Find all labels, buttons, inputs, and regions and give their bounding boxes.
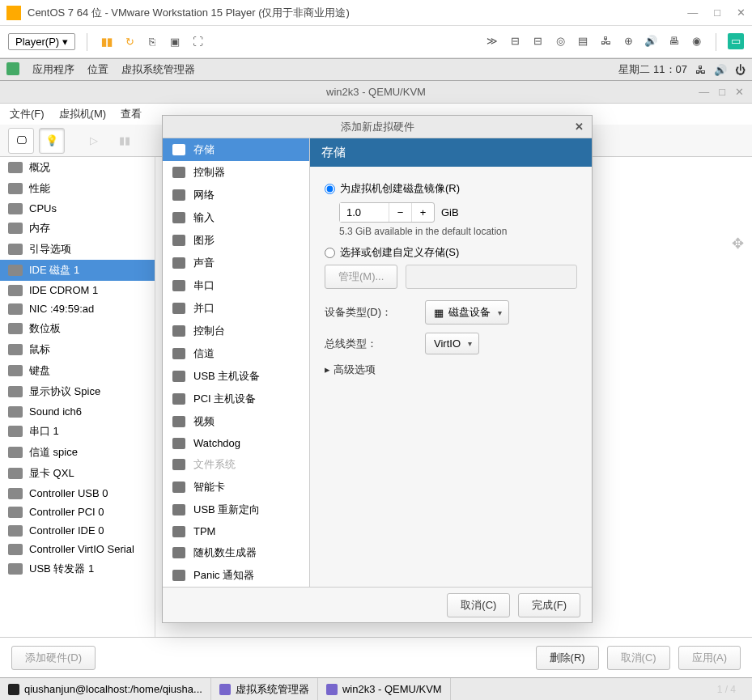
- task-terminal[interactable]: qiushanjun@localhost:/home/qiusha...: [0, 678, 211, 700]
- gnome-clock[interactable]: 星期二 11：07: [618, 62, 687, 77]
- hardware-category-list[interactable]: 存储控制器网络输入图形声音串口并口控制台信道USB 主机设备PCI 主机设备视频…: [163, 138, 310, 587]
- gnome-active-app[interactable]: 虚拟系统管理器: [121, 62, 195, 77]
- device-item[interactable]: NIC :49:59:ad: [0, 299, 155, 318]
- screen-icon[interactable]: ▭: [728, 33, 744, 49]
- device-item[interactable]: 键盘: [0, 360, 155, 381]
- cd-icon[interactable]: ◎: [552, 33, 568, 49]
- radio-create-disk[interactable]: 为虚拟机创建磁盘镜像(R): [325, 181, 577, 196]
- category-item[interactable]: PCI 主机设备: [163, 388, 309, 410]
- device-item[interactable]: USB 转发器 1: [0, 558, 155, 579]
- category-item[interactable]: 视频: [163, 410, 309, 433]
- close-icon[interactable]: ✕: [737, 6, 746, 19]
- device-item[interactable]: 显示协议 Spice: [0, 381, 155, 402]
- pause-icon[interactable]: ▮▮: [99, 34, 115, 50]
- category-item[interactable]: 输入: [163, 206, 309, 229]
- gnome-applications-menu[interactable]: 应用程序: [32, 62, 74, 77]
- fullscreen-icon[interactable]: ⛶: [189, 34, 206, 50]
- device-item[interactable]: IDE CDROM 1: [0, 281, 155, 299]
- category-item[interactable]: 控制器: [163, 161, 309, 184]
- device-item[interactable]: Controller PCI 0: [0, 503, 155, 521]
- device-list[interactable]: 概况性能CPUs内存引导选项IDE 磁盘 1IDE CDROM 1NIC :49…: [0, 157, 155, 637]
- menu-file[interactable]: 文件(F): [10, 107, 45, 121]
- play-button[interactable]: ▷: [81, 128, 107, 154]
- camera-icon[interactable]: ◉: [688, 33, 704, 49]
- task-virt-manager[interactable]: 虚拟系统管理器: [211, 678, 318, 700]
- apply-button[interactable]: 应用(A): [678, 646, 741, 670]
- radio-create-input[interactable]: [325, 184, 335, 194]
- category-item[interactable]: 随机数生成器: [163, 541, 309, 564]
- bus-type-combo[interactable]: VirtIO: [425, 333, 479, 354]
- printer-icon[interactable]: 🖶: [665, 33, 682, 49]
- console-view-button[interactable]: 🖵: [8, 128, 34, 154]
- device-item[interactable]: 概况: [0, 157, 155, 178]
- device-icon[interactable]: ≫: [484, 33, 500, 49]
- send-keys-icon[interactable]: ⎘: [144, 34, 160, 50]
- disk-size-input[interactable]: [340, 203, 389, 222]
- device-item[interactable]: 鼠标: [0, 339, 155, 360]
- maximize-icon[interactable]: □: [714, 6, 720, 19]
- menu-vm[interactable]: 虚拟机(M): [59, 107, 107, 121]
- device-item[interactable]: 显卡 QXL: [0, 463, 155, 484]
- category-item[interactable]: USB 重新定向: [163, 498, 309, 521]
- category-item[interactable]: 存储: [163, 138, 309, 161]
- radio-custom-storage[interactable]: 选择或创建自定义存储(S): [325, 245, 577, 260]
- details-view-button[interactable]: 💡: [39, 128, 65, 154]
- device-item[interactable]: 串口 1: [0, 421, 155, 442]
- minimize-icon[interactable]: —: [687, 6, 698, 19]
- usb-icon[interactable]: ⊕: [620, 33, 636, 49]
- dialog-cancel-button[interactable]: 取消(C): [447, 593, 510, 617]
- net-icon[interactable]: 🖧: [597, 33, 614, 49]
- category-item[interactable]: TPM: [163, 521, 309, 541]
- gnome-places-menu[interactable]: 位置: [87, 62, 108, 77]
- reset-icon[interactable]: ↻: [121, 34, 138, 50]
- category-item[interactable]: 控制台: [163, 320, 309, 342]
- category-item[interactable]: 并口: [163, 297, 309, 320]
- power-icon[interactable]: ⏻: [735, 64, 746, 76]
- device-item[interactable]: CPUs: [0, 199, 155, 218]
- advanced-options-expander[interactable]: 高级选项: [325, 363, 577, 377]
- device-item[interactable]: Controller VirtIO Serial: [0, 540, 155, 558]
- category-item[interactable]: 信道: [163, 342, 309, 365]
- floppy-icon[interactable]: ▤: [575, 33, 591, 49]
- menu-view[interactable]: 查看: [121, 107, 142, 121]
- category-item[interactable]: 声音: [163, 252, 309, 274]
- volume-icon[interactable]: 🔊: [714, 64, 727, 76]
- network-icon[interactable]: 🖧: [695, 64, 706, 76]
- device-item[interactable]: 性能: [0, 178, 155, 199]
- category-item[interactable]: 串口: [163, 274, 309, 297]
- category-item[interactable]: 文件系统: [163, 453, 309, 476]
- device-item[interactable]: Controller IDE 0: [0, 521, 155, 540]
- radio-custom-input[interactable]: [325, 248, 335, 258]
- device-item[interactable]: 内存: [0, 218, 155, 239]
- category-item[interactable]: 智能卡: [163, 476, 309, 498]
- task-win2k3[interactable]: win2k3 - QEMU/KVM: [318, 678, 451, 700]
- category-item[interactable]: 网络: [163, 184, 309, 206]
- device-type-combo[interactable]: ▦ 磁盘设备: [425, 300, 509, 325]
- pause-button[interactable]: ▮▮: [112, 128, 138, 154]
- category-item[interactable]: Watchdog: [163, 433, 309, 453]
- disk2-icon[interactable]: ⊟: [529, 33, 546, 49]
- dialog-close-button[interactable]: ✕: [575, 121, 584, 133]
- device-item[interactable]: IDE 磁盘 1: [0, 260, 155, 281]
- maximize-icon[interactable]: □: [719, 86, 725, 98]
- device-item[interactable]: 信道 spice: [0, 442, 155, 463]
- device-item[interactable]: Controller USB 0: [0, 484, 155, 503]
- sound-icon[interactable]: 🔊: [643, 33, 659, 49]
- dialog-finish-button[interactable]: 完成(F): [518, 593, 580, 617]
- close-icon[interactable]: ✕: [735, 86, 744, 98]
- category-item[interactable]: Panic 通知器: [163, 564, 309, 587]
- category-item[interactable]: 图形: [163, 229, 309, 252]
- stepper-minus-button[interactable]: −: [389, 203, 411, 222]
- device-item[interactable]: 引导选项: [0, 239, 155, 260]
- player-menu-button[interactable]: Player(P) ▾: [8, 33, 75, 50]
- device-item[interactable]: 数位板: [0, 318, 155, 339]
- device-item[interactable]: Sound ich6: [0, 402, 155, 421]
- category-item[interactable]: USB 主机设备: [163, 365, 309, 388]
- manage-button[interactable]: 管理(M)...: [325, 265, 397, 289]
- minimize-icon[interactable]: —: [699, 86, 709, 98]
- disk-icon[interactable]: ⊟: [507, 33, 523, 49]
- add-hardware-button[interactable]: 添加硬件(D): [11, 646, 96, 670]
- remove-button[interactable]: 删除(R): [536, 646, 599, 670]
- unity-icon[interactable]: ▣: [167, 34, 183, 50]
- stepper-plus-button[interactable]: +: [411, 203, 434, 222]
